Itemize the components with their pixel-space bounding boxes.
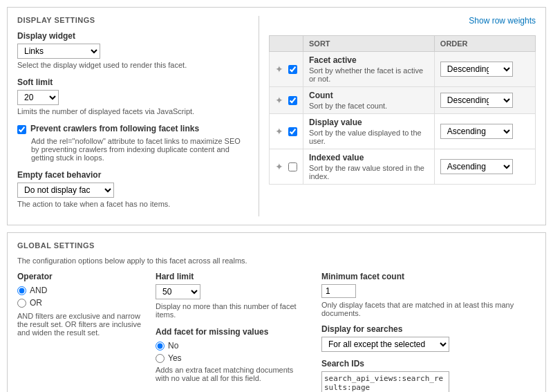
- display-widget-group: Display widget Links Checkboxes Dropdown…: [17, 31, 245, 69]
- table-row: ✦ Facet active Sort by whether the facet…: [270, 52, 536, 87]
- sort-row-desc: Sort by whether the facet is active or n…: [309, 66, 429, 83]
- missing-values-desc: Adds an extra facet matching documents w…: [156, 366, 301, 382]
- operator-col: Operator AND OR AND filters are exclusiv…: [17, 272, 156, 392]
- empty-facet-select[interactable]: Do not display facet Hide block Show emp…: [17, 183, 114, 198]
- drag-handle-icon[interactable]: ✦: [275, 64, 283, 75]
- operator-label: Operator: [17, 272, 142, 281]
- global-settings-section: GLOBAL SETTINGS The configuration option…: [7, 232, 546, 392]
- sort-table: SORT ORDER ✦: [269, 35, 536, 185]
- min-facet-col: Minimum facet count Only display facets …: [315, 272, 536, 392]
- prevent-crawlers-desc: Add the rel="nofollow" attribute to face…: [31, 137, 245, 162]
- sort-row-order-cell: Ascending Descending: [434, 114, 535, 149]
- sort-row-name: Display value: [309, 118, 429, 127]
- soft-limit-label: Soft limit: [17, 77, 245, 87]
- sort-order-select[interactable]: Descending Ascending: [440, 93, 513, 108]
- table-row: ✦ Display value Sort by the value displa…: [270, 114, 536, 149]
- sort-row-checkbox[interactable]: [288, 162, 297, 171]
- table-row: ✦ Count Sort by the facet count.: [270, 87, 536, 114]
- sort-row-desc: Sort by the value displayed to the user.: [309, 129, 429, 145]
- table-row: ✦ Indexed value Sort by the raw value st…: [270, 149, 536, 185]
- missing-no-label: No: [168, 341, 178, 351]
- sort-row-checkbox[interactable]: [288, 65, 297, 74]
- sort-row-checkbox[interactable]: [288, 96, 297, 105]
- drag-handle-icon[interactable]: ✦: [275, 126, 283, 137]
- display-searches-select[interactable]: For all except the selected For selected…: [321, 337, 449, 352]
- operator-and-radio[interactable]: [17, 286, 26, 295]
- display-widget-select[interactable]: Links Checkboxes Dropdown: [17, 44, 100, 59]
- min-facet-input[interactable]: [321, 284, 356, 298]
- min-facet-label: Minimum facet count: [321, 272, 536, 281]
- hard-limit-col: Hard limit 10 20 30 40 50 100 Display no…: [156, 272, 315, 392]
- display-widget-desc: Select the display widget used to render…: [17, 61, 245, 69]
- sort-order-select[interactable]: Ascending Descending: [440, 159, 513, 174]
- missing-no-radio[interactable]: [156, 342, 165, 351]
- drag-handle-icon[interactable]: ✦: [275, 161, 283, 172]
- sort-row-desc: Sort by the raw value stored in the inde…: [309, 164, 429, 180]
- hard-limit-desc: Display no more than this number of face…: [156, 302, 301, 319]
- hard-limit-select[interactable]: 10 20 30 40 50 100: [156, 284, 200, 299]
- display-searches-label: Display for searches: [321, 324, 536, 334]
- missing-yes-label: Yes: [168, 353, 182, 363]
- sort-order-select[interactable]: Ascending Descending: [440, 124, 513, 139]
- operator-and-label: AND: [30, 286, 47, 295]
- order-col-header: ORDER: [434, 36, 535, 52]
- sort-order-select[interactable]: Descending Ascending: [440, 62, 513, 77]
- sort-row-order-cell: Descending Ascending: [434, 52, 535, 87]
- sort-row-checkbox[interactable]: [288, 127, 297, 136]
- soft-limit-select[interactable]: 10 20 30 40 50: [17, 90, 59, 105]
- operator-or-label: OR: [30, 298, 42, 308]
- sort-row-desc: Sort by the facet count.: [309, 102, 429, 110]
- soft-limit-desc: Limits the number of displayed facets vi…: [17, 107, 245, 115]
- display-settings-title: DISPLAY SETTINGS: [17, 16, 245, 24]
- show-row-weights-link[interactable]: Show row weights: [469, 16, 536, 26]
- sort-row-name-cell: Facet active Sort by whether the facet i…: [303, 52, 435, 87]
- empty-facet-label: Empty facet behavior: [17, 170, 245, 180]
- display-widget-label: Display widget: [17, 31, 245, 41]
- prevent-crawlers-label: Prevent crawlers from following facet li…: [30, 124, 199, 133]
- missing-values-label: Add facet for missing values: [156, 327, 301, 337]
- missing-yes-radio[interactable]: [156, 354, 165, 363]
- drag-handle-icon[interactable]: ✦: [275, 95, 283, 106]
- sort-row-name: Facet active: [309, 55, 429, 65]
- prevent-crawlers-group: Prevent crawlers from following facet li…: [17, 124, 245, 162]
- global-settings-desc: The configuration options below apply to…: [17, 256, 536, 265]
- hard-limit-label: Hard limit: [156, 272, 301, 281]
- sort-row-name-cell: Display value Sort by the value displaye…: [303, 114, 435, 149]
- sort-row-name-cell: Count Sort by the facet count.: [303, 87, 435, 114]
- prevent-crawlers-checkbox[interactable]: [17, 125, 26, 134]
- operator-desc: AND filters are exclusive and narrow the…: [17, 312, 142, 337]
- sort-row-order-cell: Descending Ascending: [434, 87, 535, 114]
- min-facet-desc: Only display facets that are matched in …: [321, 301, 536, 317]
- empty-facet-desc: The action to take when a facet has no i…: [17, 200, 245, 208]
- operator-or-radio[interactable]: [17, 299, 26, 308]
- search-ids-label: Search IDs: [321, 359, 536, 368]
- sort-row-name-cell: Indexed value Sort by the raw value stor…: [303, 149, 435, 185]
- empty-facet-group: Empty facet behavior Do not display face…: [17, 170, 245, 208]
- sort-row-name: Indexed value: [309, 153, 429, 162]
- sort-col-header: SORT: [303, 36, 435, 52]
- global-settings-title: GLOBAL SETTINGS: [17, 241, 536, 250]
- soft-limit-group: Soft limit 10 20 30 40 50 Limits the num…: [17, 77, 245, 115]
- search-ids-textarea[interactable]: search_api_views:search_results:page sea…: [321, 371, 449, 392]
- sort-row-order-cell: Ascending Descending: [434, 149, 535, 185]
- sort-row-name: Count: [309, 91, 429, 100]
